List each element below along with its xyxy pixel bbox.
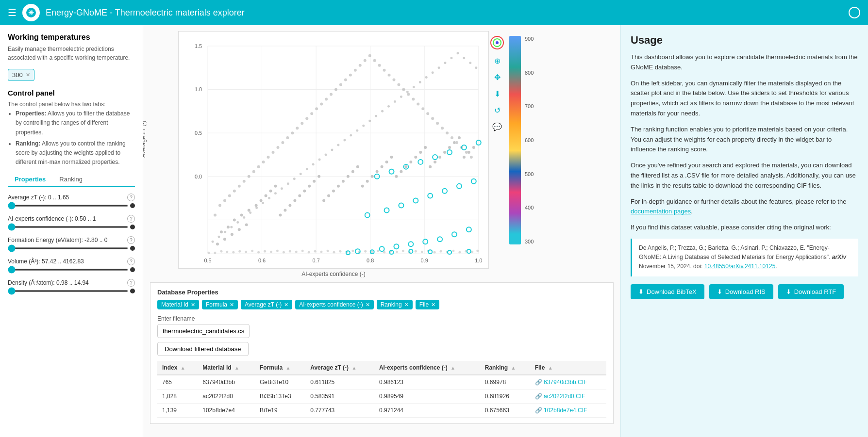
slider-fe-end xyxy=(130,246,135,251)
svg-point-143 xyxy=(264,250,266,253)
tab-ranking[interactable]: Ranking xyxy=(52,173,89,186)
col-tag-materialid-close[interactable]: ✕ xyxy=(191,302,195,308)
svg-point-192 xyxy=(457,184,462,189)
svg-point-41 xyxy=(288,204,291,207)
doi-link[interactable]: 10.48550/arXiv.2411.10125 xyxy=(704,263,776,270)
slider-ai-conf-help[interactable]: ? xyxy=(127,215,135,223)
svg-point-238 xyxy=(394,100,396,103)
col-tag-materialid[interactable]: Material Id ✕ xyxy=(157,300,199,309)
svg-point-74 xyxy=(448,146,451,149)
svg-point-187 xyxy=(384,208,389,213)
svg-point-221 xyxy=(287,182,289,185)
svg-point-239 xyxy=(400,96,402,98)
svg-text:0.8: 0.8 xyxy=(367,258,374,263)
download-bibtex-icon: ⬇ xyxy=(638,288,644,295)
slider-fe-input[interactable] xyxy=(8,247,128,249)
reset-icon[interactable]: ↺ xyxy=(492,105,502,115)
cif-link[interactable]: 102b8de7e4.CIF xyxy=(544,407,587,414)
zoom-icon[interactable]: ⊕ xyxy=(492,55,502,66)
svg-text:0.5: 0.5 xyxy=(204,258,211,263)
svg-point-222 xyxy=(293,178,296,180)
doc-link[interactable]: documentation pages xyxy=(631,208,691,215)
temp-tag-close[interactable]: ✕ xyxy=(26,72,30,78)
col-tag-formula-close[interactable]: ✕ xyxy=(230,302,234,308)
col-tag-aiconf-close[interactable]: ✕ xyxy=(366,302,370,308)
svg-point-70 xyxy=(429,165,432,168)
col-header-avgzt[interactable]: Average zT (-) ▲ xyxy=(305,361,374,375)
svg-text:0.7: 0.7 xyxy=(313,258,320,263)
svg-point-86 xyxy=(243,180,246,183)
slider-vol-help[interactable]: ? xyxy=(127,258,135,265)
svg-point-44 xyxy=(303,190,306,193)
cell-formula: BiTe19 xyxy=(255,404,305,418)
col-header-aiconf[interactable]: AI-experts confidence (-) ▲ xyxy=(374,361,480,375)
download-icon[interactable]: ⬇ xyxy=(492,88,502,99)
filename-input[interactable] xyxy=(157,324,250,338)
slider-fe-help[interactable]: ? xyxy=(127,236,135,244)
cell-file[interactable]: 🔗 ac2022f2d0.CIF xyxy=(530,389,606,404)
col-tag-file-close[interactable]: ✕ xyxy=(431,302,435,308)
col-tag-formula[interactable]: Formula ✕ xyxy=(202,300,238,309)
slider-avg-zt-help[interactable]: ? xyxy=(127,194,135,201)
svg-point-214 xyxy=(243,216,245,219)
slider-ai-conf-input[interactable] xyxy=(8,226,128,228)
col-tag-ranking-close[interactable]: ✕ xyxy=(404,302,409,308)
cb-label-700: 700 xyxy=(525,103,534,109)
slider-den-input[interactable] xyxy=(8,290,128,292)
download-db-button[interactable]: Download filtered database xyxy=(157,342,249,356)
svg-point-52 xyxy=(342,180,345,183)
svg-point-84 xyxy=(233,190,236,193)
app-title: Energy-GNoME - Thermoelectric materials … xyxy=(46,8,245,18)
svg-point-193 xyxy=(471,179,476,184)
scatter-plot[interactable]: 1.5 1.0 0.5 0.0 0.5 0.6 0.7 0.8 0.9 1.0 xyxy=(178,31,489,269)
slider-vol-input[interactable] xyxy=(8,269,128,271)
comment-icon[interactable]: 💬 xyxy=(492,121,502,132)
col-tag-ranking[interactable]: Ranking ✕ xyxy=(377,300,413,309)
svg-point-33 xyxy=(248,209,250,212)
col-header-ranking[interactable]: Ranking ▲ xyxy=(480,361,530,375)
svg-point-245 xyxy=(438,66,440,69)
svg-point-48 xyxy=(322,199,325,202)
slider-avg-zt-input[interactable] xyxy=(8,205,128,207)
svg-point-62 xyxy=(390,156,393,159)
cif-link[interactable]: ac2022f2d0.CIF xyxy=(544,393,585,400)
svg-point-247 xyxy=(451,57,453,59)
svg-point-124 xyxy=(426,112,429,115)
slider-den-help[interactable]: ? xyxy=(127,279,135,287)
pan-icon[interactable]: ✥ xyxy=(492,72,502,82)
control-panel-bullet-props: Properties: Allows you to filter the dat… xyxy=(16,109,135,137)
tab-properties[interactable]: Properties xyxy=(8,173,52,187)
svg-point-218 xyxy=(268,197,270,199)
svg-text:0.6: 0.6 xyxy=(258,258,266,263)
svg-point-186 xyxy=(365,212,370,217)
svg-point-82 xyxy=(223,199,226,202)
slider-vol-label: Volume (Å³): 57.42 .. 4162.83 xyxy=(8,258,84,265)
col-header-index[interactable]: index ▲ xyxy=(157,361,198,375)
file-icon: 🔗 xyxy=(535,407,542,414)
svg-point-72 xyxy=(438,156,441,159)
download-rtf-label: Download RTF xyxy=(794,288,836,295)
cif-link[interactable]: 637940d3bb.CIF xyxy=(544,379,587,386)
col-header-materialid[interactable]: Material Id ▲ xyxy=(198,361,255,375)
col-header-formula[interactable]: Formula ▲ xyxy=(255,361,305,375)
download-rtf-button[interactable]: ⬇ Download RTF xyxy=(778,284,844,299)
col-tag-file[interactable]: File ✕ xyxy=(416,300,439,309)
hamburger-icon[interactable]: ☰ xyxy=(8,7,17,18)
download-bibtex-button[interactable]: ⬇ Download BibTeX xyxy=(631,284,704,299)
cell-file[interactable]: 🔗 102b8de7e4.CIF xyxy=(530,404,606,418)
svg-point-126 xyxy=(436,122,439,125)
svg-point-212 xyxy=(230,226,233,228)
col-tag-avgzt-close[interactable]: ✕ xyxy=(284,302,288,308)
col-tag-aiconf[interactable]: AI-experts confidence (-) ✕ xyxy=(295,300,373,309)
svg-point-180 xyxy=(394,244,399,249)
svg-point-241 xyxy=(413,86,415,88)
svg-point-209 xyxy=(212,241,214,243)
download-ris-button[interactable]: ⬇ Download RIS xyxy=(709,284,773,299)
col-tag-avgzt[interactable]: Average zT (-) ✕ xyxy=(241,300,292,309)
col-header-file[interactable]: File ▲ xyxy=(530,361,606,375)
cell-file[interactable]: 🔗 637940d3bb.CIF xyxy=(530,375,606,389)
download-bibtex-label: Download BibTeX xyxy=(647,288,697,295)
svg-point-227 xyxy=(325,153,327,156)
filename-label: Enter filename xyxy=(157,315,606,322)
svg-point-66 xyxy=(409,161,412,163)
